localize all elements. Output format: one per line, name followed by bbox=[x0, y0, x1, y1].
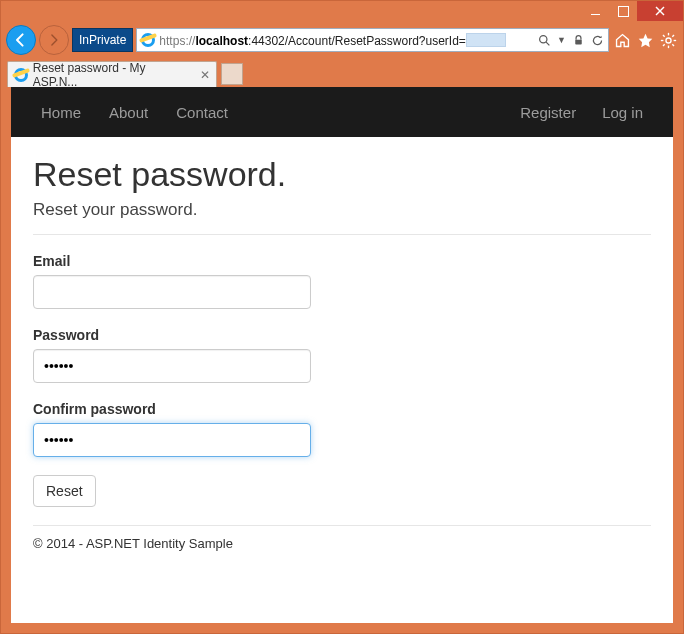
field-confirm-password: Confirm password bbox=[33, 401, 651, 457]
back-button[interactable] bbox=[6, 25, 36, 55]
password-input[interactable] bbox=[33, 349, 311, 383]
divider bbox=[33, 234, 651, 235]
svg-line-12 bbox=[672, 34, 674, 36]
url-text: https://localhost:44302/Account/ResetPas… bbox=[159, 33, 534, 48]
new-tab-button[interactable] bbox=[221, 63, 243, 85]
browser-tab[interactable]: Reset password - My ASP.N... ✕ bbox=[7, 61, 217, 87]
nav-login[interactable]: Log in bbox=[602, 104, 643, 121]
footer-text: © 2014 - ASP.NET Identity Sample bbox=[33, 536, 651, 551]
tab-strip: Reset password - My ASP.N... ✕ bbox=[1, 57, 683, 87]
browser-toolbar: InPrivate https://localhost:44302/Accoun… bbox=[1, 23, 683, 57]
page-content: Reset password. Reset your password. Ema… bbox=[11, 137, 673, 563]
nav-home[interactable]: Home bbox=[41, 104, 81, 121]
password-label: Password bbox=[33, 327, 651, 343]
svg-line-3 bbox=[546, 42, 549, 45]
window-maximize-button[interactable] bbox=[609, 1, 637, 21]
page-viewport: Home About Contact Register Log in Reset… bbox=[11, 87, 673, 623]
svg-point-5 bbox=[665, 37, 670, 42]
tab-favicon-icon bbox=[14, 68, 28, 82]
home-button[interactable] bbox=[612, 32, 632, 49]
page-title: Reset password. bbox=[33, 155, 651, 194]
confirm-password-label: Confirm password bbox=[33, 401, 651, 417]
svg-rect-4 bbox=[575, 39, 582, 44]
svg-point-2 bbox=[540, 35, 547, 42]
tools-button[interactable] bbox=[658, 32, 678, 49]
confirm-password-input[interactable] bbox=[33, 423, 311, 457]
forward-button[interactable] bbox=[39, 25, 69, 55]
svg-line-13 bbox=[662, 44, 664, 46]
address-bar[interactable]: https://localhost:44302/Account/ResetPas… bbox=[136, 28, 609, 52]
window-close-button[interactable] bbox=[637, 1, 683, 21]
svg-line-11 bbox=[672, 44, 674, 46]
window-titlebar bbox=[1, 1, 683, 23]
lock-icon bbox=[572, 34, 585, 47]
nav-contact[interactable]: Contact bbox=[176, 104, 228, 121]
tab-title: Reset password - My ASP.N... bbox=[33, 61, 191, 89]
page-subtitle: Reset your password. bbox=[33, 200, 651, 220]
ie-favicon-icon bbox=[141, 33, 155, 47]
svg-line-10 bbox=[662, 34, 664, 36]
inprivate-badge: InPrivate bbox=[72, 28, 133, 52]
email-input[interactable] bbox=[33, 275, 311, 309]
site-navbar: Home About Contact Register Log in bbox=[11, 87, 673, 137]
window-minimize-button[interactable] bbox=[581, 1, 609, 21]
nav-about[interactable]: About bbox=[109, 104, 148, 121]
email-label: Email bbox=[33, 253, 651, 269]
dropdown-icon[interactable]: ▼ bbox=[557, 35, 566, 45]
tab-close-icon[interactable]: ✕ bbox=[200, 68, 210, 82]
footer-divider bbox=[33, 525, 651, 526]
nav-register[interactable]: Register bbox=[520, 104, 576, 121]
url-query-value-redacted: xxxxx bbox=[466, 33, 506, 47]
field-email: Email bbox=[33, 253, 651, 309]
field-password: Password bbox=[33, 327, 651, 383]
reset-button[interactable]: Reset bbox=[33, 475, 96, 507]
address-bar-controls: ▼ bbox=[538, 34, 604, 47]
search-icon[interactable] bbox=[538, 34, 551, 47]
refresh-icon[interactable] bbox=[591, 34, 604, 47]
favorites-button[interactable] bbox=[635, 32, 655, 49]
